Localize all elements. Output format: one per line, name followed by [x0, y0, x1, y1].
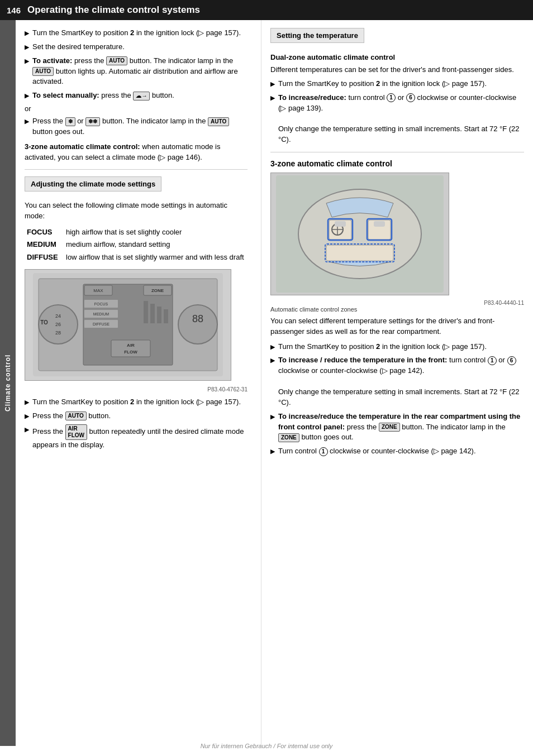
- page-title: Operating the climate control systems: [27, 4, 200, 16]
- auto-button-ref2: AUTO: [32, 67, 54, 76]
- list-item-text: Press the AUTO button.: [32, 411, 111, 422]
- list-item-text: To increase / reduce the temperature in …: [278, 355, 524, 408]
- page-header: 146 Operating the climate control system…: [0, 0, 533, 20]
- bullet-arrow: ▶: [270, 413, 275, 422]
- car-diagram-svg: [276, 175, 444, 293]
- list-item: ▶ To increase/reduce the temperature in …: [270, 412, 524, 443]
- svg-text:24: 24: [55, 313, 61, 319]
- list-item: ▶ To increase / reduce the temperature i…: [270, 355, 524, 408]
- svg-text:DIFFUSE: DIFFUSE: [93, 322, 110, 326]
- bullet-arrow: ▶: [270, 447, 275, 456]
- list-item: ▶ To activate: press the AUTO button. Th…: [25, 56, 248, 88]
- sidebar-tab: Climate control: [0, 20, 16, 746]
- airflow-button-ref: AIRFLOW: [65, 424, 87, 440]
- zone-button-ref: ZONE: [379, 423, 400, 432]
- auto-button-ref3: AUTO: [208, 117, 229, 126]
- svg-text:MAX: MAX: [93, 288, 103, 293]
- adjusting-section-box: Adjusting the climate mode settings: [25, 176, 161, 192]
- svg-rect-39: [374, 221, 385, 227]
- bullet-arrow: ▶: [270, 343, 275, 352]
- svg-text:28: 28: [55, 330, 61, 336]
- panel-svg: 24 26 28 TO MAX ZONE FOC: [33, 273, 223, 376]
- left-column: ▶ Turn the SmartKey to position 2 in the…: [16, 20, 261, 746]
- svg-text:26: 26: [55, 322, 61, 327]
- list-item: ▶ Turn the SmartKey to position 2 in the…: [25, 397, 248, 408]
- mode-name: FOCUS: [25, 226, 64, 238]
- list-item-text: To increase/reduce the temperature in th…: [278, 412, 524, 443]
- adjusting-intro: You can select the following climate mod…: [25, 200, 248, 222]
- list-item-text: Press the AIRFLOW button repeatedly unti…: [32, 424, 248, 451]
- panel-bullet-list: ▶ Turn the SmartKey to position 2 in the…: [25, 397, 248, 451]
- three-zone-bullets: ▶ Turn the SmartKey to position 2 in the…: [270, 342, 524, 457]
- bullet-arrow: ▶: [270, 94, 275, 103]
- climate-mode-table: FOCUS high airflow that is set slightly …: [25, 226, 248, 264]
- page-number: 146: [7, 6, 21, 15]
- list-item-text: To select manually: press the ☁→ button.: [32, 90, 174, 101]
- control-1c: 1: [319, 447, 328, 456]
- main-content: Climate control ▶ Turn the SmartKey to p…: [0, 20, 533, 746]
- bullet-arrow: ▶: [25, 57, 29, 66]
- zone-diagram-ref: P83.40-4440-11: [270, 300, 524, 306]
- control-1b: 1: [488, 356, 497, 365]
- svg-text:AIR: AIR: [127, 343, 135, 348]
- svg-rect-19: [150, 304, 155, 323]
- control-1: 1: [387, 93, 396, 102]
- setting-temperature-title: Setting the temperature: [277, 31, 358, 40]
- intro-bullet-list: ▶ Turn the SmartKey to position 2 in the…: [25, 28, 248, 101]
- svg-text:MEDIUM: MEDIUM: [93, 312, 110, 316]
- list-item: ▶ Press the AIRFLOW button repeatedly un…: [25, 424, 248, 451]
- section-divider: [25, 169, 248, 170]
- svg-rect-21: [164, 309, 168, 323]
- sidebar-label: Climate control: [4, 355, 12, 412]
- bullet-arrow: ▶: [25, 92, 29, 101]
- zone-note: 3-zone automatic climate control: when a…: [25, 142, 248, 163]
- table-row: FOCUS high airflow that is set slightly …: [25, 226, 248, 238]
- zone-button-ref2: ZONE: [278, 433, 299, 442]
- setting-temperature-box: Setting the temperature: [270, 28, 364, 43]
- list-item-text: Turn the SmartKey to position 2 in the i…: [278, 79, 487, 89]
- list-item: ▶ Set the desired temperature.: [25, 42, 248, 52]
- footer-watermark: Nur für internen Gebrauch / For internal…: [201, 743, 333, 749]
- bullet-arrow: ▶: [270, 80, 275, 89]
- list-item: ▶ Turn control 1 clockwise or counter-cl…: [270, 446, 524, 457]
- section-divider-2: [270, 152, 524, 152]
- table-row: DIFFUSE low airflow that is set slightly…: [25, 251, 248, 264]
- list-item: ▶ Turn the SmartKey to position 2 in the…: [270, 79, 524, 89]
- dual-zone-intro: Different temperatures can be set for th…: [270, 65, 524, 75]
- list-item: ▶ Press the ❄ or ❄❄ button. The indicato…: [25, 116, 248, 137]
- list-item: ▶ To increase/reduce: turn control 1 or …: [270, 93, 524, 145]
- list-item-text: Turn control 1 clockwise or counter-cloc…: [278, 446, 476, 457]
- list-item: ▶ To select manually: press the ☁→ butto…: [25, 90, 248, 101]
- three-zone-title: 3-zone automatic climate control: [270, 159, 524, 168]
- mode-name: DIFFUSE: [25, 251, 64, 264]
- auto-button-ref: AUTO: [106, 56, 127, 65]
- dual-zone-bullets: ▶ Turn the SmartKey to position 2 in the…: [270, 79, 524, 145]
- svg-rect-38: [335, 221, 346, 227]
- or-bullet-list: ▶ Press the ❄ or ❄❄ button. The indicato…: [25, 116, 248, 137]
- list-item-text: Turn the SmartKey to position 2 in the i…: [278, 342, 487, 352]
- list-item: ▶ Press the AUTO button.: [25, 411, 248, 422]
- zone-diagram: [270, 173, 449, 295]
- bullet-arrow: ▶: [25, 29, 29, 38]
- list-item-text: Set the desired temperature.: [32, 42, 125, 52]
- mode-desc: low airflow that is set slightly warmer …: [64, 251, 248, 264]
- snowflake-button-ref: ❄: [65, 117, 75, 126]
- bullet-arrow: ▶: [270, 356, 275, 365]
- panel-image-ref: P83.40-4762-31: [25, 386, 248, 393]
- list-item-text: Press the ❄ or ❄❄ button. The indicator …: [32, 116, 248, 137]
- multi-snowflake-button-ref: ❄❄: [85, 117, 100, 126]
- bullet-arrow: ▶: [25, 117, 29, 126]
- panel-image: 24 26 28 TO MAX ZONE FOC: [25, 269, 231, 381]
- list-item-text: Turn the SmartKey to position 2 in the i…: [32, 397, 241, 408]
- auto-button-ref4: AUTO: [65, 412, 87, 420]
- svg-rect-20: [157, 307, 161, 323]
- svg-text:88: 88: [192, 313, 203, 324]
- svg-text:FLOW: FLOW: [124, 350, 137, 355]
- airflow-select-button-ref: ☁→: [133, 92, 150, 101]
- content-area: ▶ Turn the SmartKey to position 2 in the…: [16, 20, 533, 746]
- svg-rect-18: [144, 301, 148, 323]
- control-6b: 6: [507, 356, 516, 365]
- list-item: ▶ Turn the SmartKey to position 2 in the…: [270, 342, 524, 352]
- list-item: ▶ Turn the SmartKey to position 2 in the…: [25, 28, 248, 39]
- svg-rect-31: [326, 245, 393, 261]
